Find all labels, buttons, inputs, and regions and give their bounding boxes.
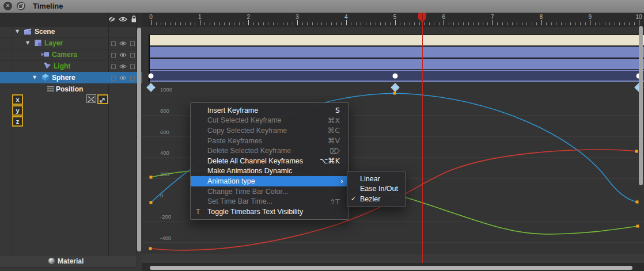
menu-item-shortcut: S (335, 106, 340, 114)
menu-item-label: Change Time Bar Color... (207, 188, 288, 196)
tree-label: Camera (52, 51, 77, 59)
light-icon (44, 62, 52, 70)
hierarchy-scrollbar[interactable] (137, 28, 141, 251)
menu-item-insert-keyframe[interactable]: Insert Keyframe S (191, 105, 348, 116)
submenu-item-ease-in-out[interactable]: Ease In/Out (347, 184, 405, 194)
row-checkbox[interactable] (111, 76, 116, 81)
expand-curves-button[interactable] (97, 94, 108, 104)
disclosure-triangle[interactable]: ▼ (26, 41, 29, 45)
tree-label: Sphere (52, 74, 75, 82)
scene-hierarchy-panel: ▼ Scene ▼ Layer Camera (0, 13, 142, 271)
menu-item-toggle-timebars-text-visibility[interactable]: T Toggle Timebars Text Visibility (191, 207, 348, 217)
axis-label: 800 (160, 108, 169, 114)
row-visibility-eye-icon[interactable] (119, 75, 127, 81)
sphere-icon (41, 74, 50, 81)
material-sphere-icon (48, 258, 55, 264)
horizontal-scrollbar[interactable] (150, 266, 632, 270)
row-visibility-eye-icon[interactable] (119, 41, 127, 46)
menu-item-label: Insert Keyframe (207, 106, 258, 114)
submenu-item-label: Bezier (360, 195, 380, 203)
vertical-scrollbar[interactable] (639, 26, 643, 185)
menu-item-make-animations-dynamic[interactable]: Make Animations Dynamic (191, 166, 348, 177)
menu-item-label: Animation type (207, 177, 255, 185)
submenu-item-label: Ease In/Out (360, 185, 398, 193)
menu-item-cut-selected-keyframe[interactable]: Cut Selected Keyframe ⌘X (191, 116, 348, 126)
menu-item-shortcut: ⌘V (328, 136, 340, 145)
playhead-line[interactable] (422, 22, 423, 263)
menu-item-delete-all-channel-keyframes[interactable]: Delete All Channel Keyframes ⌥⌘K (191, 156, 348, 166)
menu-item-copy-selected-keyframe[interactable]: Copy Selected Keyframe ⌘C (191, 125, 348, 136)
row-visibility-eye-icon[interactable] (119, 64, 127, 69)
menu-item-label: Paste Keyframes (207, 137, 262, 145)
axis-label: -200 (160, 213, 171, 220)
animation-type-submenu: Linear Ease In/Out ✓ Bezier (347, 171, 406, 207)
row-checkbox[interactable] (130, 64, 135, 69)
context-menu: Insert Keyframe S Cut Selected Keyframe … (190, 102, 349, 220)
fit-curves-button[interactable] (86, 94, 96, 103)
menu-item-shortcut: ⌘X (328, 116, 340, 125)
panel-edge-divider (136, 13, 137, 255)
menu-item-set-time-bar-time[interactable]: Set Time Bar Time... ⇧T (191, 196, 348, 207)
axis-label: 0 (160, 192, 163, 199)
row-checkbox[interactable] (111, 41, 116, 46)
gridline (142, 221, 644, 222)
disclosure-triangle[interactable]: ▼ (33, 75, 36, 80)
axis-label: 200 (160, 171, 169, 177)
menu-item-left-glyph: T (196, 208, 200, 216)
timebar-keyframe-circle[interactable] (392, 74, 397, 79)
checkmark-icon: ✓ (351, 195, 356, 203)
camera-icon (41, 51, 50, 58)
tree-label: Layer (44, 39, 63, 47)
axis-label: -400 (160, 235, 171, 241)
timebar-keyframe-circle[interactable] (149, 74, 154, 79)
channel-x-button[interactable]: x (12, 94, 23, 105)
disclosure-triangle[interactable]: ▼ (16, 29, 19, 34)
tree-label: Scene (35, 28, 55, 36)
gridline (142, 242, 644, 243)
material-label: Material (58, 257, 84, 265)
row-checkbox[interactable] (130, 41, 135, 46)
menu-item-label: Copy Selected Keyframe (207, 127, 287, 135)
timebar-layer[interactable] (150, 35, 644, 46)
menu-item-label: Delete Selected Keyframe (207, 147, 291, 155)
playhead-handle[interactable] (0, 0, 644, 26)
submenu-item-label: Linear (360, 175, 380, 183)
axis-label: 1000 (160, 86, 172, 93)
row-checkbox[interactable] (111, 53, 116, 58)
menu-item-shortcut: ⇧T (329, 197, 340, 206)
menu-item-change-time-bar-color[interactable]: Change Time Bar Color... (191, 186, 348, 197)
layer-icon (34, 39, 42, 47)
tree-label: Light (54, 62, 70, 70)
menu-item-paste-keyframes[interactable]: Paste Keyframes ⌘V (191, 136, 348, 146)
menu-item-shortcut: ⌘C (328, 126, 340, 135)
tree-row-position[interactable]: Position (0, 83, 136, 95)
timebar-camera[interactable] (150, 46, 644, 58)
tree-row-scene[interactable]: ▼ Scene (0, 26, 136, 38)
timeline-footer-band (142, 254, 644, 263)
menu-item-delete-selected-keyframe[interactable]: Delete Selected Keyframe ⌦ (191, 146, 348, 156)
axis-label: 400 (160, 150, 169, 156)
submenu-item-bezier[interactable]: ✓ Bezier (347, 194, 405, 204)
menu-item-label: Delete All Channel Keyframes (207, 157, 303, 165)
tree-label: Position (56, 85, 83, 93)
timebar-light[interactable] (150, 58, 644, 70)
axis-label: 600 (160, 129, 169, 135)
submenu-arrow-icon: › (340, 177, 343, 185)
channel-y-button[interactable]: y (12, 105, 23, 116)
channel-z-button[interactable]: z (12, 116, 23, 127)
row-visibility-eye-icon[interactable] (119, 52, 127, 58)
row-checkbox[interactable] (130, 53, 135, 58)
scene-icon (24, 28, 32, 35)
menu-item-animation-type[interactable]: Animation type › (191, 176, 348, 186)
menu-item-label: Cut Selected Keyframe (207, 116, 282, 124)
menu-item-label: Make Animations Dynamic (207, 167, 292, 175)
material-row[interactable]: Material (0, 255, 136, 268)
position-keyframe-diamond[interactable] (391, 84, 399, 91)
row-checkbox[interactable] (130, 76, 135, 81)
position-keyframe-diamond[interactable] (147, 84, 155, 91)
row-checkbox[interactable] (111, 64, 116, 69)
menu-item-shortcut: ⌥⌘K (320, 157, 340, 165)
submenu-item-linear[interactable]: Linear (347, 174, 405, 184)
menu-item-label: Set Time Bar Time... (207, 197, 272, 205)
menu-item-label: Toggle Timebars Text Visibility (207, 208, 303, 216)
